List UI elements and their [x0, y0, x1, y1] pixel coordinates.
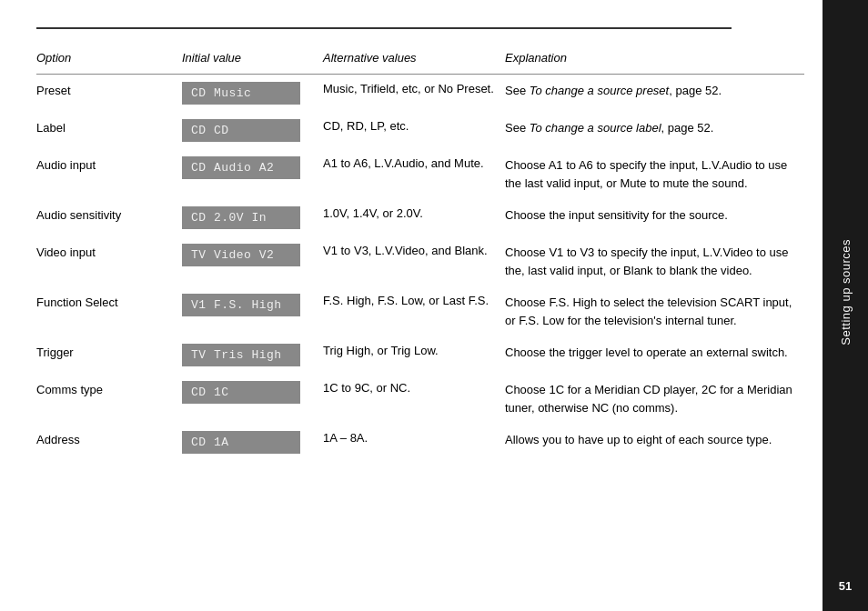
col-option: Option — [36, 45, 182, 75]
explanation-text: Allows you to have up to eight of each s… — [505, 424, 804, 461]
option-label: Video input — [36, 236, 182, 286]
alternative-values: 1A – 8A. — [323, 424, 505, 461]
option-label: Preset — [36, 75, 182, 113]
explanation-text: Choose 1C for a Meridian CD player, 2C f… — [505, 374, 804, 424]
explanation-text: Choose the input sensitivity for the sou… — [505, 199, 804, 236]
explanation-text: Choose A1 to A6 to specify the input, L.… — [505, 149, 804, 199]
table-row: Audio sensitivityCD 2.0V In1.0V, 1.4V, o… — [36, 199, 804, 236]
option-label: Audio input — [36, 149, 182, 199]
main-content: Option Initial value Alternative values … — [0, 0, 823, 611]
explanation-text: Choose F.S. High to select the televisio… — [505, 286, 804, 336]
alternative-values: Trig High, or Trig Low. — [323, 336, 505, 374]
alternative-values: 1.0V, 1.4V, or 2.0V. — [323, 199, 505, 236]
initial-value-cell: TV Video V2 — [182, 236, 323, 286]
alternative-values: Music, Trifield, etc, or No Preset. — [323, 75, 505, 113]
alternative-values: F.S. High, F.S. Low, or Last F.S. — [323, 286, 505, 336]
table-row: Audio inputCD Audio A2A1 to A6, L.V.Audi… — [36, 149, 804, 199]
initial-value-cell: CD 1C — [182, 374, 323, 424]
alternative-values: 1C to 9C, or NC. — [323, 374, 505, 424]
explanation-text: See To change a source label, page 52. — [505, 112, 804, 149]
alternative-values: V1 to V3, L.V.Video, and Blank. — [323, 236, 505, 286]
table-row: Comms typeCD 1C1C to 9C, or NC.Choose 1C… — [36, 374, 804, 424]
value-box: V1 F.S. High — [182, 294, 300, 316]
alternative-values: A1 to A6, L.V.Audio, and Mute. — [323, 149, 505, 199]
options-table: Option Initial value Alternative values … — [36, 45, 804, 461]
initial-value-cell: CD 2.0V In — [182, 199, 323, 236]
value-box: CD CD — [182, 119, 300, 142]
page-number: 51 — [839, 579, 852, 593]
initial-value-cell: TV Tris High — [182, 336, 323, 374]
col-explanation: Explanation — [505, 45, 804, 75]
explanation-text: See To change a source preset, page 52. — [505, 75, 804, 113]
table-row: TriggerTV Tris HighTrig High, or Trig Lo… — [36, 336, 804, 374]
value-box: CD 1C — [182, 381, 300, 404]
option-label: Comms type — [36, 374, 182, 424]
alternative-values: CD, RD, LP, etc. — [323, 112, 505, 149]
value-box: CD 1A — [182, 431, 300, 454]
value-box: CD 2.0V In — [182, 206, 300, 229]
col-alternative: Alternative values — [323, 45, 505, 75]
initial-value-cell: CD CD — [182, 112, 323, 149]
initial-value-cell: V1 F.S. High — [182, 286, 323, 336]
option-label: Label — [36, 112, 182, 149]
sidebar-label: Setting up sources — [839, 239, 853, 346]
value-box: CD Audio A2 — [182, 156, 300, 179]
option-label: Trigger — [36, 336, 182, 374]
top-divider — [36, 27, 732, 29]
value-box: CD Music — [182, 82, 300, 105]
option-label: Address — [36, 424, 182, 461]
explanation-text: Choose the trigger level to operate an e… — [505, 336, 804, 374]
initial-value-cell: CD Music — [182, 75, 323, 113]
table-row: Video inputTV Video V2V1 to V3, L.V.Vide… — [36, 236, 804, 286]
explanation-text: Choose V1 to V3 to specify the input, L.… — [505, 236, 804, 286]
table-row: Function SelectV1 F.S. HighF.S. High, F.… — [36, 286, 804, 336]
initial-value-cell: CD Audio A2 — [182, 149, 323, 199]
table-row: PresetCD MusicMusic, Trifield, etc, or N… — [36, 75, 804, 113]
right-sidebar: Setting up sources 51 — [823, 0, 868, 611]
col-initial: Initial value — [182, 45, 323, 75]
option-label: Function Select — [36, 286, 182, 336]
initial-value-cell: CD 1A — [182, 424, 323, 461]
value-box: TV Tris High — [182, 344, 300, 366]
table-row: AddressCD 1A1A – 8A.Allows you to have u… — [36, 424, 804, 461]
option-label: Audio sensitivity — [36, 199, 182, 236]
value-box: TV Video V2 — [182, 244, 300, 266]
table-row: LabelCD CDCD, RD, LP, etc.See To change … — [36, 112, 804, 149]
